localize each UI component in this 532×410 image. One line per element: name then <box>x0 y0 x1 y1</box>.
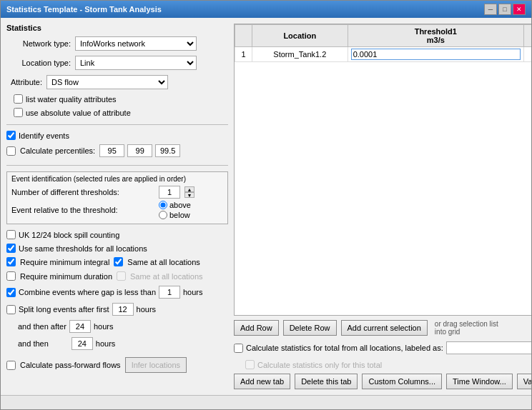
drag-hint: or drag selection listinto grid <box>435 320 498 336</box>
network-type-row: Network type: InfoWorks network ICM netw… <box>6 36 228 51</box>
combine-events-row: Combine events where gap is less than ho… <box>6 286 228 299</box>
event-relative-row: Event relative to the threshold: above b… <box>11 201 223 219</box>
delete-this-tab-button[interactable]: Delete this tab <box>295 374 358 389</box>
percentile-2-input[interactable] <box>127 144 152 157</box>
uk-block-checkbox[interactable] <box>6 230 16 239</box>
identify-events-label: Identify events <box>19 131 69 140</box>
below-radio[interactable] <box>159 211 167 219</box>
thresholds-up-btn[interactable]: ▲ <box>184 186 194 192</box>
same-integral-label: Same at all locations <box>127 258 200 266</box>
same-thresholds-row: Use same thresholds for all locations <box>6 244 228 253</box>
footer-right: Custom Columns... Time Window... Validat… <box>362 374 531 389</box>
list-water-quality-label: list water quality attributes <box>26 95 117 104</box>
locations-table-container: Location Threshold1m3/s Integral1m3 1 St… <box>234 24 531 316</box>
footer-left: Add new tab Delete this tab <box>234 374 358 389</box>
split-events-row: Split long events after first hours <box>6 303 228 316</box>
row-location: Storm_Tank1.2 <box>252 47 348 62</box>
right-panel: Location Threshold1m3/s Integral1m3 1 St… <box>234 24 531 389</box>
title-bar: Statistics Template - Storm Tank Analysi… <box>1 1 531 18</box>
and-then-label: and then after <box>18 322 66 331</box>
calc-total-checkbox[interactable] <box>234 344 243 353</box>
location-type-select[interactable]: Link Node Subcatchment <box>75 56 197 70</box>
infer-locations-button[interactable]: Infer locations <box>125 357 187 373</box>
locations-table: Location Threshold1m3/s Integral1m3 1 St… <box>235 24 531 62</box>
calc-total-label: Calculate statistics for total from all … <box>246 344 443 352</box>
row-num: 1 <box>235 47 252 62</box>
percentile-3-input[interactable] <box>155 144 180 157</box>
percentiles-row: Calculate percentiles: <box>6 144 228 157</box>
footer-buttons: Add new tab Delete this tab Custom Colum… <box>234 374 531 389</box>
split-unit2: hours <box>94 322 114 331</box>
maximize-button[interactable]: □ <box>498 4 511 15</box>
percentile-1-input[interactable] <box>99 144 124 157</box>
split-events-checkbox[interactable] <box>6 305 16 314</box>
same-integral-checkbox[interactable] <box>114 257 123 266</box>
window-controls: ─ □ ✕ <box>484 4 526 15</box>
threshold1-input[interactable] <box>351 49 521 60</box>
split-and-then-row: and then hours <box>18 337 228 350</box>
thresholds-row: Number of different thresholds: ▲ ▼ <box>11 186 223 199</box>
attribute-select[interactable]: DS flow US flow Depth <box>46 75 168 89</box>
window-title: Statistics Template - Storm Tank Analysi… <box>6 5 162 14</box>
event-identification-box: Event identification (selected rules are… <box>6 171 228 224</box>
calculate-percentiles-checkbox[interactable] <box>6 146 16 156</box>
location-type-row: Location type: Link Node Subcatchment <box>6 56 228 70</box>
thresholds-down-btn[interactable]: ▼ <box>184 192 194 198</box>
require-duration-checkbox[interactable] <box>6 271 16 281</box>
below-option: below <box>159 211 191 219</box>
combine-value-input[interactable] <box>159 286 180 299</box>
above-label: above <box>169 201 191 209</box>
same-thresholds-checkbox[interactable] <box>6 244 16 253</box>
split-value1-input[interactable] <box>112 303 134 316</box>
require-integral-label: Require minimum integral <box>20 258 109 266</box>
network-type-select[interactable]: InfoWorks network ICM network <box>75 36 197 51</box>
custom-columns-button[interactable]: Custom Columns... <box>362 374 442 389</box>
above-radio[interactable] <box>159 201 167 209</box>
split-events-label: Split long events after first <box>19 305 109 314</box>
add-current-selection-button[interactable]: Add current selection <box>341 320 428 336</box>
grid-actions: Add Row Delete Row Add current selection… <box>234 320 531 336</box>
total-label-input[interactable] <box>446 341 531 354</box>
below-label: below <box>169 211 190 219</box>
delete-row-button[interactable]: Delete Row <box>283 320 337 336</box>
same-duration-checkbox[interactable] <box>117 271 126 281</box>
split-value3-input[interactable] <box>72 337 93 350</box>
col-integral1-header: Integral1m3 <box>524 25 532 47</box>
main-window: Statistics Template - Storm Tank Analysi… <box>0 0 532 410</box>
calc-pass-label: Calculate pass-forward flows <box>20 361 121 369</box>
identify-events-checkbox[interactable] <box>6 131 16 140</box>
thresholds-spinner[interactable] <box>159 186 180 199</box>
combine-events-label: Combine events where gap is less than <box>19 288 156 296</box>
network-type-label: Network type: <box>6 39 71 48</box>
calculate-percentiles-label: Calculate percentiles: <box>20 146 95 155</box>
location-type-label: Location type: <box>6 59 71 67</box>
require-duration-label: Require minimum duration <box>20 272 112 281</box>
above-option: above <box>159 201 191 209</box>
split-value2-input[interactable] <box>69 320 91 333</box>
validate-button[interactable]: Validate <box>517 374 531 389</box>
require-integral-checkbox[interactable] <box>6 257 16 266</box>
row-threshold1 <box>348 47 523 62</box>
col-location-header: Location <box>252 25 348 47</box>
use-absolute-checkbox[interactable] <box>14 108 23 117</box>
minimize-button[interactable]: ─ <box>484 4 497 15</box>
combine-events-checkbox[interactable] <box>6 288 16 297</box>
same-thresholds-label: Use same thresholds for all locations <box>19 244 147 253</box>
time-window-button[interactable]: Time Window... <box>446 374 513 389</box>
list-water-quality-checkbox[interactable] <box>14 94 23 104</box>
thresholds-spinner-btns: ▲ ▼ <box>184 186 194 198</box>
calc-total-row: Calculate statistics for total from all … <box>234 341 531 354</box>
uk-block-label: UK 12/24 block spill counting <box>19 231 119 239</box>
event-relative-label: Event relative to the threshold: <box>11 206 154 214</box>
split-unit1: hours <box>137 305 157 314</box>
col-threshold1-header: Threshold1m3/s <box>348 25 523 47</box>
left-panel: Statistics Network type: InfoWorks netwo… <box>6 24 228 389</box>
calc-only-checkbox[interactable] <box>245 360 255 369</box>
statistics-group-label: Statistics <box>6 24 228 32</box>
combine-unit: hours <box>183 288 203 296</box>
add-row-button[interactable]: Add Row <box>234 320 279 336</box>
calc-pass-checkbox[interactable] <box>6 361 16 370</box>
calc-only-label: Calculate statistics only for this total <box>257 361 382 369</box>
close-button[interactable]: ✕ <box>513 4 526 15</box>
add-new-tab-button[interactable]: Add new tab <box>234 374 290 389</box>
